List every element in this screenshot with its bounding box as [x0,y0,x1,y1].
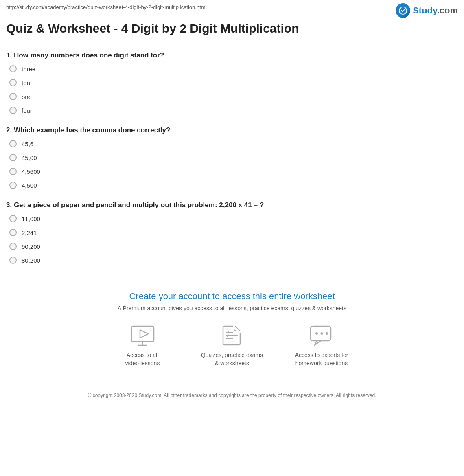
radio-1-4[interactable] [9,107,17,114]
radio-3-3[interactable] [9,243,17,250]
features-row: Access to allvideo lessons [6,323,458,367]
radio-1-1[interactable] [9,65,17,72]
url-bar: http://study.com/academy/practice/quiz-w… [0,0,464,13]
radio-1-2[interactable] [9,79,17,86]
option-1-3[interactable]: one [6,93,458,100]
question-2: 2. Which example has the comma done corr… [6,126,458,189]
feature-quizzes-label: Quizzes, practice exams& worksheets [201,351,263,367]
option-label-3-4: 80,200 [22,257,40,264]
header-divider [6,43,458,43]
option-label-3-1: 11,000 [22,215,40,222]
option-label-1-3: one [22,93,32,100]
option-2-2[interactable]: 45,00 [6,154,458,161]
svg-point-15 [326,332,328,335]
option-label-3-2: 2,241 [22,229,37,236]
feature-video: Access to allvideo lessons [110,323,175,367]
option-3-1[interactable]: 11,000 [6,215,458,222]
option-label-2-3: 4,5600 [22,168,40,175]
radio-3-4[interactable] [9,257,17,264]
cta-section: Create your account to access this entir… [0,276,464,388]
expert-icon [307,323,336,347]
feature-video-label: Access to allvideo lessons [125,351,160,367]
video-icon [128,323,157,347]
option-label-1-4: four [22,107,32,114]
radio-2-4[interactable] [9,182,17,189]
radio-3-1[interactable] [9,215,17,222]
question-1-text: 1. How many numbers does one digit stand… [6,51,458,59]
feature-quizzes: Quizzes, practice exams& worksheets [199,323,265,367]
svg-marker-2 [140,330,148,338]
option-2-3[interactable]: 4,5600 [6,168,458,175]
page-title: Quiz & Worksheet - 4 Digit by 2 Digit Mu… [6,13,458,43]
option-3-4[interactable]: 80,200 [6,257,458,264]
option-label-1-1: three [22,66,35,72]
svg-rect-9 [233,325,241,333]
radio-3-2[interactable] [9,229,17,236]
radio-2-1[interactable] [9,140,17,147]
option-2-4[interactable]: 4,500 [6,182,458,189]
questions-area: 1. How many numbers does one digit stand… [0,51,464,264]
option-3-2[interactable]: 2,241 [6,229,458,236]
radio-2-3[interactable] [9,168,17,175]
radio-1-3[interactable] [9,93,17,100]
radio-2-2[interactable] [9,154,17,161]
option-label-1-2: ten [22,79,30,86]
feature-experts: Access to experts forhomework questions [289,323,354,367]
option-label-2-4: 4,500 [22,182,37,189]
svg-point-14 [320,332,323,335]
question-2-text: 2. Which example has the comma done corr… [6,126,458,134]
option-2-1[interactable]: 45,6 [6,140,458,147]
question-1: 1. How many numbers does one digit stand… [6,51,458,114]
question-3-text: 3. Get a piece of paper and pencil and m… [6,201,458,209]
svg-point-13 [315,332,318,335]
option-1-2[interactable]: ten [6,79,458,86]
cta-title: Create your account to access this entir… [6,291,458,302]
option-3-3[interactable]: 90,200 [6,243,458,250]
quiz-icon [218,323,246,347]
option-label-2-2: 45,00 [22,154,37,161]
feature-experts-label: Access to experts forhomework questions [295,351,348,367]
svg-rect-1 [131,326,154,342]
footer: © copyright 2003-2020 Study.com. All oth… [0,388,464,408]
option-label-2-1: 45,6 [22,140,33,147]
cta-subtitle: A Premium account gives you access to al… [6,305,458,311]
option-1-4[interactable]: four [6,107,458,114]
question-3: 3. Get a piece of paper and pencil and m… [6,201,458,264]
option-label-3-3: 90,200 [22,243,40,250]
option-1-1[interactable]: three [6,65,458,72]
